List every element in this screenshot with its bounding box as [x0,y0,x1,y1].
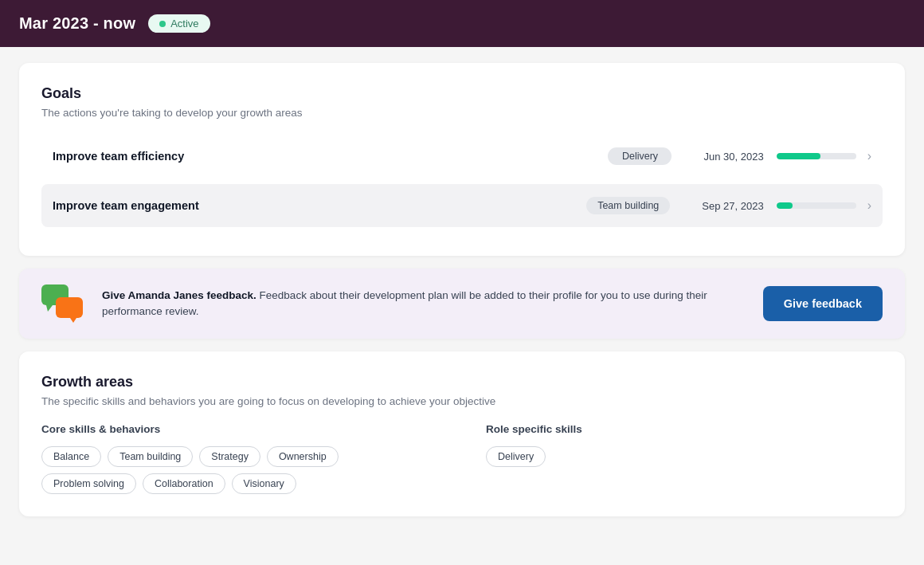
feedback-text: Give Amanda Janes feedback. Feedback abo… [102,288,747,320]
goal-tag: Delivery [608,147,671,165]
goals-title: Goals [41,85,883,102]
give-feedback-button[interactable]: Give feedback [763,286,883,321]
skills-columns: Core skills & behaviors BalanceTeam buil… [41,423,883,494]
goal-row[interactable]: Improve team engagement Team building Se… [41,184,883,227]
progress-bar [777,202,856,209]
goal-date: Sep 27, 2023 [702,200,763,212]
skill-tag: Delivery [486,446,546,467]
core-skills-tags: BalanceTeam buildingStrategyOwnershipPro… [41,446,438,494]
goals-list: Improve team efficiency Delivery Jun 30,… [41,135,883,227]
skill-tag: Visionary [232,473,296,494]
goals-card: Goals The actions you're taking to devel… [19,63,905,256]
active-badge: Active [148,14,209,33]
header: Mar 2023 - now Active [0,0,924,47]
goal-name: Improve team efficiency [53,150,608,163]
skill-tag: Strategy [199,446,260,467]
goals-subtitle: The actions you're taking to develop you… [41,107,883,119]
svg-marker-1 [46,305,53,312]
growth-areas-subtitle: The specific skills and behaviors you ar… [41,395,883,407]
feedback-bold: Give Amanda Janes feedback. [102,289,256,301]
progress-bar [777,153,856,159]
skill-tag: Problem solving [41,473,136,494]
chevron-right-icon: › [867,198,871,213]
goal-row[interactable]: Improve team efficiency Delivery Jun 30,… [41,135,883,178]
skill-tag: Balance [41,446,101,467]
feedback-icon [41,284,86,323]
svg-marker-3 [70,318,76,323]
role-skills-label: Role specific skills [486,423,883,435]
skill-tag: Ownership [267,446,339,467]
growth-areas-card: Growth areas The specific skills and beh… [19,351,905,516]
svg-rect-2 [56,297,83,318]
goal-tag: Team building [586,197,670,214]
growth-areas-title: Growth areas [41,374,883,390]
badge-label: Active [170,18,198,29]
skill-tag: Collaboration [143,473,225,494]
chevron-right-icon: › [867,149,871,163]
core-skills-col: Core skills & behaviors BalanceTeam buil… [41,423,438,494]
content-area: Goals The actions you're taking to devel… [0,47,924,532]
feedback-banner: Give Amanda Janes feedback. Feedback abo… [19,269,905,339]
role-skills-col: Role specific skills Delivery [486,423,883,494]
progress-fill [777,202,793,209]
role-skills-tags: Delivery [486,446,883,467]
skill-tag: Team building [108,446,193,467]
core-skills-label: Core skills & behaviors [41,423,438,435]
goal-date: Jun 30, 2023 [703,151,763,163]
page-title: Mar 2023 - now [19,14,135,33]
goal-name: Improve team engagement [53,199,586,212]
progress-fill [777,153,820,159]
